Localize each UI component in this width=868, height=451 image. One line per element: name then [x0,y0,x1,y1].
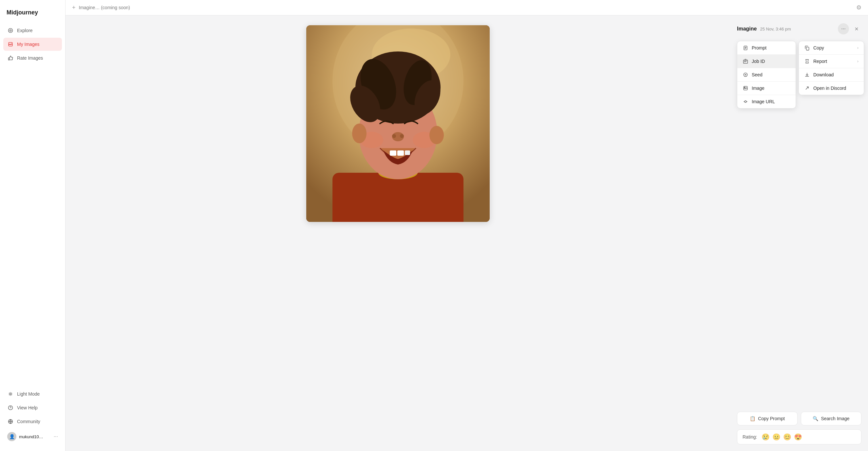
sidebar-item-light-mode[interactable]: Light Mode [3,387,62,400]
svg-rect-35 [806,47,809,51]
menu-item-left: Image URL [743,99,775,104]
job-id-menu-label: Job ID [752,59,765,64]
seed-menu-label: Seed [752,72,763,77]
main-content: + ⚙ [65,0,868,451]
prompt-menu-label: Prompt [752,45,767,51]
secondary-menu-item-report[interactable]: Report › [799,55,864,68]
new-prompt-plus-icon[interactable]: + [72,4,76,11]
menu-item-left: Prompt [743,45,767,51]
svg-point-27 [352,124,367,143]
sec-menu-item-left: Open in Discord [804,85,846,91]
sidebar-item-explore[interactable]: Explore [3,24,62,37]
svg-point-0 [8,29,13,33]
chevron-right-icon: › [857,59,859,64]
svg-point-32 [745,74,746,75]
sidebar-item-view-help[interactable]: View Help [3,401,62,414]
secondary-menu-item-download[interactable]: Download [799,68,864,82]
sidebar: Midjourney ExploreMy ImagesRate Images L… [0,0,65,451]
copy-prompt-icon: 📋 [750,416,755,421]
image-url-menu-label: Image URL [752,99,775,104]
menu-item-left: Seed [743,72,763,78]
sidebar-item-label: Community [17,419,40,424]
copy-prompt-label: Copy Prompt [758,416,785,421]
light-mode-icon [7,391,14,397]
sidebar-item-label: Rate Images [17,55,43,61]
panel-date: 25 Nov, 3:46 pm [760,27,791,31]
primary-menu-item-image-url[interactable]: Image URL [737,95,796,108]
sidebar-item-label: Light Mode [17,391,40,397]
user-name: mukund10… [19,434,51,439]
primary-menu-item-prompt[interactable]: Prompt [737,41,796,55]
svg-rect-25 [397,150,404,156]
panel-title: Imagine [737,26,756,32]
secondary-context-menu: Copy › Report › Download Open in Discord [799,41,864,95]
sidebar-item-community[interactable]: Community [3,415,62,428]
primary-menu-item-seed[interactable]: Seed [737,68,796,82]
sidebar-bottom: Light ModeView HelpCommunity 👤 mukund10…… [0,387,65,445]
sidebar-item-label: Explore [17,28,32,33]
primary-menu-item-job-id[interactable]: Job ID [737,55,796,68]
copy-sec-icon [804,45,810,51]
chevron-right-icon: › [857,46,859,50]
rating-emojis: 😢😐😊😍 [762,433,802,441]
job-id-menu-icon [743,58,748,64]
copy-prompt-button[interactable]: 📋 Copy Prompt [737,412,798,425]
svg-rect-26 [405,150,410,155]
open-discord-sec-icon [804,85,810,91]
sidebar-item-rate-images[interactable]: Rate Images [3,52,62,65]
svg-point-3 [10,393,11,395]
my-images-icon [7,41,14,48]
svg-point-23 [400,134,404,138]
download-sec-icon [804,72,810,78]
sidebar-item-label: View Help [17,405,38,410]
secondary-menu-item-open-discord[interactable]: Open in Discord [799,82,864,95]
rate-images-icon [7,55,14,61]
search-image-button[interactable]: 🔍 Search Image [801,412,862,425]
explore-icon [7,27,14,34]
rating-emoji-3[interactable]: 😍 [794,433,802,441]
topbar: + ⚙ [65,0,868,16]
report-sec-icon [804,58,810,64]
image-url-menu-icon [743,99,748,104]
panel-header-right: ··· × [838,23,862,34]
svg-rect-24 [390,150,396,156]
context-menus: Prompt Job ID Seed Image Image URL Copy … [737,41,862,109]
search-image-icon: 🔍 [813,416,818,421]
rating-emoji-1[interactable]: 😐 [772,433,780,441]
rating-emoji-2[interactable]: 😊 [783,433,792,441]
settings-gear-icon[interactable]: ⚙ [856,4,862,11]
panel-header-left: Imagine 25 Nov, 3:46 pm [737,26,791,32]
report-sec-label: Report [813,59,827,64]
content-area: Imagine 25 Nov, 3:46 pm ··· × Prompt Job… [65,16,868,451]
copy-sec-label: Copy [813,45,824,51]
panel-header: Imagine 25 Nov, 3:46 pm ··· × [737,22,862,37]
avatar: 👤 [7,432,17,441]
sidebar-item-my-images[interactable]: My Images [3,38,62,51]
image-menu-icon [743,85,748,91]
primary-context-menu: Prompt Job ID Seed Image Image URL [737,41,796,109]
sidebar-nav: ExploreMy ImagesRate Images [0,24,65,206]
svg-point-34 [744,87,745,88]
bottom-actions: 📋 Copy Prompt 🔍 Search Image [737,405,862,425]
user-dots-button[interactable]: ··· [54,433,58,440]
menu-item-left: Job ID [743,58,765,64]
sidebar-user[interactable]: 👤 mukund10… ··· [3,429,62,445]
prompt-menu-icon [743,45,748,51]
sec-menu-item-left: Copy [804,45,824,51]
image-area [65,16,731,451]
menu-item-left: Image [743,85,765,91]
primary-menu-item-image[interactable]: Image [737,82,796,95]
prompt-input[interactable] [79,5,853,10]
svg-point-1 [10,30,11,31]
rating-row: Rating: 😢😐😊😍 [737,429,862,445]
rating-label: Rating: [743,434,757,440]
panel-more-options-button[interactable]: ··· [838,23,849,34]
svg-rect-10 [333,173,463,222]
secondary-menu-item-copy[interactable]: Copy › [799,41,864,55]
svg-point-28 [429,126,444,144]
main-image [306,25,490,222]
panel-close-button[interactable]: × [851,24,862,34]
view-help-icon [7,404,14,411]
download-sec-label: Download [813,72,834,77]
rating-emoji-0[interactable]: 😢 [762,433,770,441]
